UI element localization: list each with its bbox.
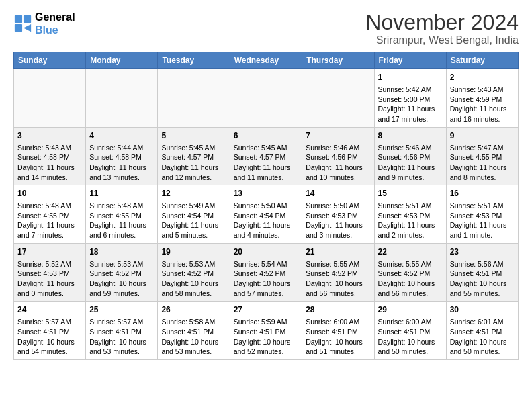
month-title: November 2024 (365, 11, 519, 34)
day-info: Daylight: 10 hours (378, 337, 443, 347)
day-info: Daylight: 11 hours (306, 220, 370, 230)
day-info: Sunset: 4:52 PM (161, 269, 226, 279)
day-info: Daylight: 11 hours (89, 220, 154, 230)
day-info: Sunset: 4:51 PM (161, 327, 226, 337)
calendar-week-row: 1Sunrise: 5:42 AMSunset: 5:00 PMDaylight… (14, 69, 519, 128)
day-info: and 5 minutes. (161, 230, 226, 240)
svg-rect-2 (15, 24, 22, 32)
day-number: 4 (89, 130, 154, 142)
table-row: 21Sunrise: 5:55 AMSunset: 4:52 PMDayligh… (302, 243, 374, 302)
day-info: Sunrise: 5:49 AM (161, 201, 226, 211)
day-number: 30 (450, 304, 515, 316)
table-row: 7Sunrise: 5:46 AMSunset: 4:56 PMDaylight… (302, 127, 374, 185)
day-number: 8 (378, 130, 443, 142)
day-info: Sunrise: 5:52 AM (17, 259, 82, 269)
day-info: and 4 minutes. (234, 230, 299, 240)
day-info: Daylight: 10 hours (89, 279, 154, 289)
day-number: 13 (234, 188, 299, 199)
day-info: and 53 minutes. (161, 347, 226, 357)
day-info: Sunrise: 5:45 AM (161, 143, 226, 153)
table-row: 19Sunrise: 5:53 AMSunset: 4:52 PMDayligh… (158, 243, 230, 302)
day-info: Sunrise: 6:00 AM (306, 317, 370, 327)
day-info: and 9 minutes. (378, 173, 443, 183)
logo-line1: General (35, 11, 75, 24)
table-row: 6Sunrise: 5:45 AMSunset: 4:57 PMDaylight… (230, 127, 302, 185)
day-info: and 1 minute. (450, 230, 515, 240)
svg-rect-0 (15, 15, 22, 23)
table-row: 16Sunrise: 5:51 AMSunset: 4:53 PMDayligh… (446, 185, 518, 244)
day-info: Sunset: 4:56 PM (378, 152, 443, 163)
calendar-week-row: 10Sunrise: 5:48 AMSunset: 4:55 PMDayligh… (14, 185, 519, 244)
col-monday: Monday (86, 52, 158, 69)
day-info: Sunrise: 5:43 AM (17, 143, 82, 153)
col-saturday: Saturday (446, 52, 518, 69)
table-row: 15Sunrise: 5:51 AMSunset: 4:53 PMDayligh… (374, 185, 446, 244)
day-info: Sunset: 4:51 PM (306, 327, 370, 337)
day-info: and 50 minutes. (450, 347, 515, 357)
day-info: Sunrise: 5:51 AM (378, 201, 443, 211)
day-number: 14 (306, 188, 370, 199)
day-info: Sunset: 4:56 PM (306, 152, 370, 163)
calendar-week-row: 17Sunrise: 5:52 AMSunset: 4:53 PMDayligh… (14, 243, 519, 302)
day-info: Sunset: 4:53 PM (17, 269, 82, 279)
day-number: 16 (450, 188, 515, 199)
day-info: Sunrise: 5:58 AM (161, 317, 226, 327)
day-info: Sunrise: 5:46 AM (378, 143, 443, 153)
day-info: and 12 minutes. (161, 173, 226, 183)
day-info: and 13 minutes. (89, 173, 154, 183)
day-info: Sunrise: 5:51 AM (450, 201, 515, 211)
table-row: 9Sunrise: 5:47 AMSunset: 4:55 PMDaylight… (446, 127, 518, 185)
day-number: 18 (89, 246, 154, 258)
day-info: Daylight: 10 hours (161, 279, 226, 289)
day-info: and 11 minutes. (234, 173, 299, 183)
table-row: 5Sunrise: 5:45 AMSunset: 4:57 PMDaylight… (158, 127, 230, 185)
day-info: Sunrise: 5:48 AM (89, 201, 154, 211)
day-number: 3 (17, 130, 82, 142)
day-info: Sunset: 5:00 PM (378, 95, 443, 105)
table-row: 22Sunrise: 5:55 AMSunset: 4:52 PMDayligh… (374, 243, 446, 302)
day-number: 26 (161, 304, 226, 316)
day-info: and 6 minutes. (89, 230, 154, 240)
day-info: and 55 minutes. (450, 289, 515, 299)
day-info: Daylight: 11 hours (17, 220, 82, 230)
day-info: and 58 minutes. (161, 289, 226, 299)
page-container: General Blue November 2024 Srirampur, We… (0, 0, 532, 367)
day-info: and 56 minutes. (378, 289, 443, 299)
day-info: and 51 minutes. (306, 347, 370, 357)
day-info: and 50 minutes. (378, 347, 443, 357)
day-info: and 2 minutes. (378, 230, 443, 240)
day-info: Sunrise: 5:55 AM (378, 259, 443, 269)
day-info: Daylight: 11 hours (306, 163, 370, 173)
day-info: Sunset: 4:54 PM (234, 211, 299, 221)
day-info: Sunset: 4:51 PM (234, 327, 299, 337)
table-row (14, 69, 86, 128)
table-row: 2Sunrise: 5:43 AMSunset: 4:59 PMDaylight… (446, 69, 518, 128)
day-info: Sunset: 4:52 PM (378, 269, 443, 279)
table-row: 30Sunrise: 6:01 AMSunset: 4:51 PMDayligh… (446, 302, 518, 360)
table-row: 28Sunrise: 6:00 AMSunset: 4:51 PMDayligh… (302, 302, 374, 360)
table-row (230, 69, 302, 128)
day-info: Daylight: 10 hours (17, 337, 82, 347)
day-info: and 16 minutes. (450, 114, 515, 124)
day-number: 2 (450, 72, 515, 83)
day-info: and 14 minutes. (17, 173, 82, 183)
logo-text: General Blue (35, 11, 75, 36)
day-info: Sunrise: 5:56 AM (450, 259, 515, 269)
day-info: Sunset: 4:54 PM (161, 211, 226, 221)
logo-icon (13, 14, 32, 33)
day-info: and 53 minutes. (89, 347, 154, 357)
day-info: Sunrise: 5:53 AM (161, 259, 226, 269)
logo: General Blue (13, 11, 75, 36)
day-info: Sunset: 4:52 PM (234, 269, 299, 279)
day-info: Sunrise: 5:57 AM (89, 317, 154, 327)
calendar-week-row: 3Sunrise: 5:43 AMSunset: 4:58 PMDaylight… (14, 127, 519, 185)
calendar-table: Sunday Monday Tuesday Wednesday Thursday… (13, 52, 519, 360)
day-number: 27 (234, 304, 299, 316)
day-info: Sunrise: 5:43 AM (450, 85, 515, 95)
day-info: Sunset: 4:57 PM (234, 152, 299, 163)
header: General Blue November 2024 Srirampur, We… (13, 11, 519, 46)
day-info: Daylight: 10 hours (450, 337, 515, 347)
day-info: Sunset: 4:51 PM (378, 327, 443, 337)
day-info: Daylight: 11 hours (234, 220, 299, 230)
day-info: Sunset: 4:58 PM (17, 152, 82, 163)
